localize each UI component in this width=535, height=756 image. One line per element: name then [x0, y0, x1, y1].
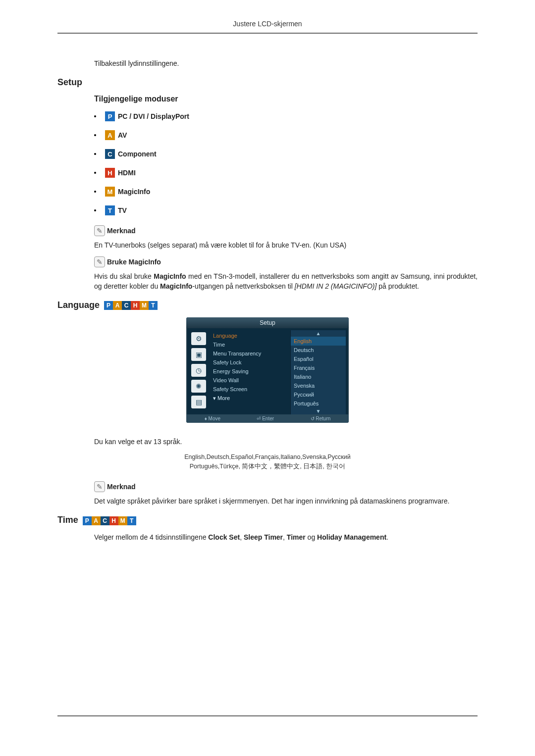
- language-note-text: Det valgte språket påvirker bare språket…: [94, 496, 478, 506]
- bullet-icon: [94, 209, 96, 211]
- osd-menu-item: Video Wall: [212, 376, 288, 385]
- osd-icon: ▤: [191, 396, 206, 408]
- mode-label: TV: [118, 206, 127, 214]
- osd-footer: ♦ Move ⏎ Enter ↺ Return: [186, 414, 349, 423]
- page-header: Justere LCD-skjermen: [57, 20, 478, 34]
- osd-menu-item: Time: [212, 340, 288, 349]
- osd-menu: Language Time Menu Transparency Safety L…: [210, 330, 290, 414]
- badge-strip: PACHMT: [104, 301, 158, 310]
- osd-screenshot: Setup ⚙ ▣ ◷ ✺ ▤ Language Time Menu Trans…: [186, 317, 349, 423]
- note-label: Bruke MagicInfo: [107, 258, 161, 266]
- mode-item: PPC / DVI / DisplayPort: [94, 111, 478, 121]
- mode-label: MagicInfo: [118, 188, 150, 196]
- osd-option: Deutsch: [291, 346, 346, 354]
- bullet-icon: [94, 115, 96, 117]
- badge-m-icon: M: [140, 301, 149, 310]
- bullet-icon: [94, 153, 96, 155]
- note-icon: ✎: [94, 225, 105, 236]
- mode-label: PC / DVI / DisplayPort: [118, 112, 189, 120]
- mode-item: HHDMI: [94, 168, 478, 178]
- osd-menu-item: Safety Screen: [212, 385, 288, 394]
- note-row: ✎ Bruke MagicInfo: [94, 256, 478, 267]
- badge-t-icon: T: [105, 205, 115, 215]
- note-label: Merknad: [107, 483, 136, 491]
- badge-h-icon: H: [105, 168, 115, 178]
- osd-menu-item: Energy Saving: [212, 367, 288, 376]
- badge-m-icon: M: [105, 187, 115, 197]
- bullet-icon: [94, 134, 96, 136]
- time-text: Velger mellom de 4 tidsinnstillingene Cl…: [94, 532, 478, 542]
- badge-strip: PACHMT: [83, 516, 136, 525]
- badge-a-icon: A: [92, 516, 101, 525]
- mode-item: TTV: [94, 205, 478, 215]
- osd-option: Português: [291, 399, 346, 408]
- header-title: Justere LCD-skjermen: [233, 20, 302, 28]
- mode-item: CComponent: [94, 149, 478, 159]
- note-row: ✎ Merknad: [94, 481, 478, 492]
- osd-icon: ▣: [191, 348, 206, 361]
- mode-label: AV: [118, 131, 127, 139]
- badge-t-icon: T: [127, 516, 136, 525]
- note-icon: ✎: [94, 256, 105, 267]
- bullet-icon: [94, 172, 96, 174]
- osd-icon: ⚙: [191, 332, 206, 345]
- osd-more: ▾ More: [212, 394, 288, 403]
- osd-foot-enter: ⏎ Enter: [257, 416, 274, 421]
- badge-t-icon: T: [149, 301, 158, 310]
- osd-icon: ✺: [191, 380, 206, 393]
- osd-option: English: [291, 337, 346, 346]
- osd-option: Русский: [291, 390, 346, 399]
- chevron-down-icon: ▼: [291, 408, 346, 414]
- badge-c-icon: C: [105, 149, 115, 159]
- osd-options: ▲ English Deutsch Español Français Itali…: [290, 330, 346, 414]
- badge-p-icon: P: [105, 111, 115, 121]
- note-text: En TV-tunerboks (selges separat) må være…: [94, 240, 478, 250]
- badge-a-icon: A: [105, 130, 115, 140]
- mode-label: HDMI: [118, 169, 136, 177]
- setup-heading: Setup: [57, 77, 478, 88]
- osd-menu-item: Menu Transparency: [212, 349, 288, 358]
- osd-option: Italiano: [291, 372, 346, 381]
- intro-text: Tilbakestill lydinnstillingene.: [94, 58, 478, 68]
- osd-option: Français: [291, 363, 346, 372]
- osd-menu-item: Safety Lock: [212, 358, 288, 367]
- bullet-icon: [94, 191, 96, 193]
- language-heading: Language PACHMT: [57, 300, 478, 310]
- osd-foot-return: ↺ Return: [311, 416, 331, 421]
- modes-heading: Tilgjengelige moduser: [94, 95, 478, 103]
- osd-category-icons: ⚙ ▣ ◷ ✺ ▤: [189, 330, 210, 414]
- chevron-up-icon: ▲: [291, 330, 346, 337]
- badge-p-icon: P: [83, 516, 92, 525]
- badge-p-icon: P: [104, 301, 113, 310]
- osd-icon: ◷: [191, 364, 206, 377]
- footer-divider: [57, 715, 478, 716]
- note-row: ✎ Merknad: [94, 225, 478, 236]
- osd-menu-item: Language: [212, 331, 288, 340]
- time-heading: Time PACHMT: [57, 515, 478, 525]
- note-icon: ✎: [94, 481, 105, 492]
- mode-item: AAV: [94, 130, 478, 140]
- osd-option: Svenska: [291, 381, 346, 390]
- badge-h-icon: H: [109, 516, 118, 525]
- badge-m-icon: M: [118, 516, 127, 525]
- osd-foot-move: ♦ Move: [205, 416, 220, 421]
- osd-title: Setup: [186, 317, 349, 328]
- badge-a-icon: A: [113, 301, 122, 310]
- language-list: English,Deutsch,Español,Français,Italian…: [57, 453, 478, 471]
- mode-item: MMagicInfo: [94, 187, 478, 197]
- magicinfo-text: Hvis du skal bruke MagicInfo med en TSn-…: [94, 271, 478, 292]
- modes-list: PPC / DVI / DisplayPort AAV CComponent H…: [94, 111, 478, 215]
- badge-c-icon: C: [101, 516, 109, 525]
- badge-c-icon: C: [122, 301, 131, 310]
- badge-h-icon: H: [131, 301, 140, 310]
- language-count: Du kan velge et av 13 språk.: [94, 437, 478, 447]
- mode-label: Component: [118, 150, 157, 158]
- osd-option: Español: [291, 354, 346, 363]
- note-label: Merknad: [107, 227, 136, 235]
